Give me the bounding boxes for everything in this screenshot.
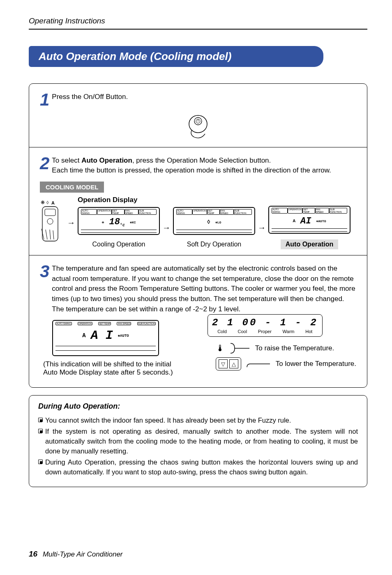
during-title: During Auto Operation:	[38, 402, 358, 411]
tab-sub-function-4: SUB FUNCTION	[137, 322, 156, 325]
tab-auto-swing: AUTO SWING	[81, 209, 97, 215]
svg-rect-8	[45, 209, 55, 216]
display-softdry: AUTO SWING OPERATION SET TEMP FAN SPEED …	[173, 207, 255, 235]
svg-text:❋: ❋	[41, 200, 45, 205]
step-2-bold: Auto Operation	[81, 156, 132, 164]
bullet-3: During Auto Operation, pressing the chao…	[38, 458, 358, 477]
display-cooling: AUTO SWING OPERATION SET TEMP FAN SPEED …	[78, 207, 160, 235]
bullet-1: You cannot switch the indoor fan speed. …	[38, 416, 358, 426]
power-button-illustration	[40, 112, 356, 141]
step-3: 3 The temperature and fan speed are auto…	[40, 263, 356, 314]
bracket-lower	[246, 360, 271, 368]
temp-down-button: ▽	[219, 359, 228, 368]
operation-diagram: ❋ ◊ A → Operation Display AUTO SWING OPE…	[40, 196, 356, 249]
step-3-body: The temperature and fan speed are automa…	[52, 264, 355, 303]
tab-sub-function-2: SUB FUNCTION	[234, 209, 252, 215]
scale-cold: Cold	[217, 329, 227, 334]
footer-title: Multi-Type Air Conditioner	[43, 550, 123, 558]
separator-1	[29, 147, 367, 147]
scale-proper: Proper	[258, 329, 272, 334]
remote-icon: ❋ ◊ A	[40, 200, 65, 245]
bullet-1-text: You cannot switch the indoor fan speed. …	[45, 416, 291, 426]
tab-set-temp: SET TEMP	[112, 209, 125, 215]
thermometer-icon: 🌡	[216, 343, 225, 354]
tab-fan-speed-3: FAN SPEED	[315, 208, 329, 214]
separator-2	[29, 255, 367, 255]
step-2: 2 To select Auto Operation, press the Op…	[40, 155, 356, 176]
tab-operation-2: OPERATION	[192, 209, 207, 215]
caption-softdry: Soft Dry Operation	[187, 241, 242, 248]
tab-auto-swing-4: AUTO SWING	[55, 322, 72, 325]
note-paren: (This indication will be shifted to the …	[43, 360, 183, 377]
tab-auto-swing-3: AUTO SWING	[272, 208, 288, 214]
temp-lower-label: To lower the Temperature.	[276, 360, 356, 368]
temp-raise-row: 🌡 To raise the Temperature.	[216, 343, 334, 354]
cooling-model-badge: COOLING MODEL	[40, 182, 104, 193]
scale-labels: Cold Cool Proper Warm Hot	[212, 329, 318, 334]
tab-auto-swing-2: AUTO SWING	[176, 209, 192, 215]
display-ai: AUTO SWING OPERATION SET TEMP FAN SPEED …	[52, 320, 159, 356]
bullet-icon	[38, 460, 43, 464]
bullet-3-text: During Auto Operation, pressing the chao…	[45, 458, 358, 477]
scale-cool: Cool	[238, 329, 247, 334]
step-3-num: 3	[40, 264, 49, 314]
tab-set-temp-2: SET TEMP	[207, 209, 220, 215]
temp-lower-row: ▽ △ To lower the Temperature.	[216, 357, 356, 370]
tab-sub-function: SUB FUNCTION	[138, 209, 157, 215]
temp-up-button: △	[229, 359, 238, 368]
bullet-icon	[38, 429, 43, 433]
step-1: 1 Press the On/Off Button.	[40, 91, 356, 108]
step-3-body2: The temperature can be set within a rang…	[52, 305, 240, 313]
caption-auto: Auto Operation	[281, 239, 338, 249]
caption-cooling: Cooling Operation	[92, 241, 145, 248]
scale-box: 2 1 00 - 1 - 2 Cold Cool Proper Warm Hot	[208, 314, 323, 337]
disp1-temp: 18	[109, 217, 120, 227]
step-2-num: 2	[40, 156, 49, 176]
cooling-column: AUTO SWING OPERATION SET TEMP FAN SPEED …	[78, 207, 160, 248]
bullet-icon	[38, 418, 43, 422]
tab-fan-speed-2: FAN SPEED	[220, 209, 234, 215]
bracket-raise	[230, 343, 250, 354]
step-2-line2: Each time the button is pressed, the ope…	[52, 166, 331, 174]
step-1-text: Press the On/Off Button.	[52, 92, 128, 108]
bullet-2: If the system is not operating as desire…	[38, 427, 358, 456]
operation-display-label: Operation Display	[78, 196, 356, 204]
temp-adjust-buttons: ▽ △	[216, 357, 241, 370]
arrow-3: →	[258, 223, 266, 232]
svg-point-9	[47, 218, 53, 224]
arrow-2: →	[162, 223, 171, 232]
tab-set-temp-4: SET TEMP	[98, 322, 111, 325]
disp3-main: AI	[300, 216, 311, 226]
svg-text:◊: ◊	[46, 200, 49, 205]
footer: 16 Multi-Type Air Conditioner	[29, 550, 123, 559]
during-auto-box: During Auto Operation: You cannot switch…	[29, 395, 367, 487]
header-rule	[29, 29, 367, 30]
svg-text:A: A	[51, 200, 55, 205]
disp3-fan: AUTO	[318, 219, 326, 223]
disp3-icon: A	[293, 218, 295, 223]
tab-operation-3: OPERATION	[288, 208, 302, 214]
disp2-fan: LO	[217, 221, 221, 224]
scale-digits: 2 1 00 - 1 - 2	[212, 317, 318, 328]
step-2-line1b: , press the Operation Mode Selection but…	[132, 156, 271, 164]
scale-warm: Warm	[283, 329, 295, 334]
disp2-icon: ◊	[207, 219, 210, 225]
step-1-num: 1	[40, 92, 49, 108]
tab-fan-speed-4: FAN SPEED	[117, 322, 131, 325]
tab-set-temp-3: SET TEMP	[302, 208, 315, 214]
softdry-column: AUTO SWING OPERATION SET TEMP FAN SPEED …	[173, 207, 255, 248]
step-3-illustration: AUTO SWING OPERATION SET TEMP FAN SPEED …	[40, 314, 356, 377]
temp-raise-label: To raise the Temperature.	[255, 344, 334, 352]
tab-operation-4: OPERATION	[78, 322, 92, 325]
page-title: Auto Operation Mode (Cooling model)	[29, 46, 323, 67]
ai-fan: AUTO	[120, 334, 129, 338]
step-3-text: The temperature and fan speed are automa…	[52, 264, 356, 314]
scale-hot: Hot	[305, 329, 312, 334]
main-box: 1 Press the On/Off Button. 2 To select A…	[29, 83, 367, 388]
tab-fan-speed: FAN SPEED	[125, 209, 138, 215]
step-2-line1a: To select	[52, 156, 81, 164]
bullet-2-text: If the system is not operating as desire…	[45, 427, 358, 456]
auto-column: AUTO SWING OPERATION SET TEMP FAN SPEED …	[268, 206, 350, 249]
step-2-text: To select Auto Operation, press the Oper…	[52, 156, 331, 176]
display-auto: AUTO SWING OPERATION SET TEMP FAN SPEED …	[268, 206, 350, 234]
